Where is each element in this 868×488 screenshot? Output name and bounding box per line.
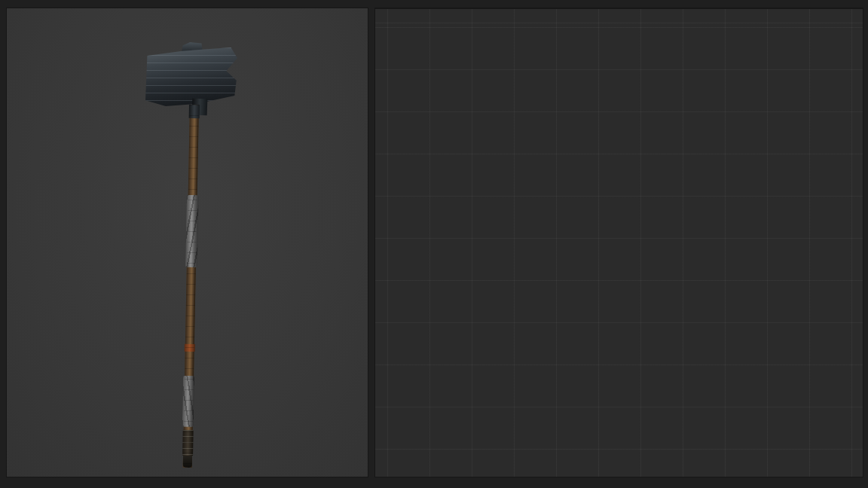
hammer-head bbox=[145, 47, 237, 106]
uv-islands-layer bbox=[375, 8, 863, 477]
uv-editor-panel[interactable] bbox=[374, 8, 863, 477]
hammer-model[interactable] bbox=[7, 8, 368, 477]
hammer-handle bbox=[183, 105, 199, 468]
handle-wrap-upper bbox=[185, 195, 199, 267]
handle-band-orange bbox=[185, 344, 195, 352]
handle-tip bbox=[183, 456, 192, 468]
model-viewport-panel[interactable] bbox=[6, 8, 368, 477]
handle-wrap-lower bbox=[182, 376, 194, 427]
handle-socket bbox=[189, 105, 200, 118]
handle-ferrule bbox=[182, 430, 194, 456]
